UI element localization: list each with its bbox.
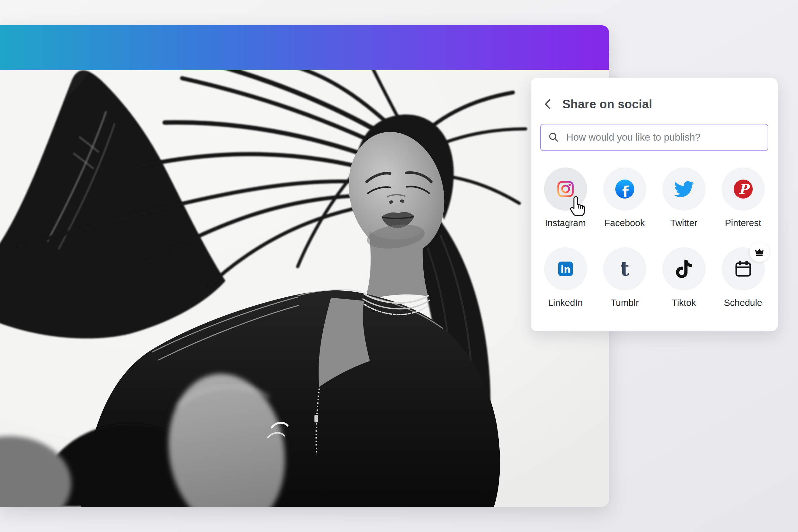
photo-illustration bbox=[0, 70, 609, 507]
option-label: Twitter bbox=[670, 217, 697, 228]
linkedin-icon: in bbox=[555, 259, 576, 279]
share-options-grid: Instagram f bbox=[531, 151, 778, 308]
tumblr-icon: t bbox=[615, 259, 635, 279]
canvas-photo[interactable] bbox=[0, 70, 609, 507]
option-label: Facebook bbox=[605, 217, 645, 228]
tumblr-circle: t bbox=[603, 247, 646, 290]
toolbar-actions: Share bbox=[413, 25, 609, 70]
option-label: LinkedIn bbox=[548, 297, 583, 308]
premium-badge bbox=[749, 242, 769, 262]
share-option-twitter[interactable]: Twitter bbox=[663, 168, 705, 228]
design-canvas-card: Share bbox=[0, 25, 609, 507]
share-option-pinterest[interactable]: P Pinterest bbox=[722, 168, 765, 228]
share-option-linkedin[interactable]: in LinkedIn bbox=[544, 247, 587, 308]
share-option-tumblr[interactable]: t Tumblr bbox=[603, 247, 646, 308]
twitter-circle bbox=[663, 168, 705, 211]
instagram-icon bbox=[555, 179, 576, 199]
share-option-instagram[interactable]: Instagram bbox=[544, 168, 587, 228]
pinterest-circle: P bbox=[722, 168, 765, 211]
svg-text:P: P bbox=[739, 182, 750, 197]
option-label: Pinterest bbox=[725, 217, 761, 228]
chevron-left-icon bbox=[544, 98, 552, 110]
facebook-icon: f bbox=[615, 179, 635, 199]
share-option-tiktok[interactable]: Tiktok bbox=[663, 247, 705, 308]
tiktok-icon bbox=[675, 260, 693, 278]
editor-toolbar: Share bbox=[0, 25, 609, 70]
share-option-schedule[interactable]: Schedule bbox=[722, 247, 765, 308]
option-label: Schedule bbox=[724, 297, 762, 308]
option-label: Tumblr bbox=[610, 297, 639, 308]
search-input[interactable] bbox=[540, 124, 768, 151]
svg-text:f: f bbox=[622, 183, 629, 199]
pinterest-icon: P bbox=[733, 179, 753, 199]
tiktok-circle bbox=[663, 247, 705, 290]
back-button[interactable] bbox=[544, 98, 554, 111]
panel-header: Share on social bbox=[544, 97, 765, 111]
share-on-social-panel: Share on social bbox=[531, 78, 778, 331]
svg-text:t: t bbox=[620, 259, 629, 279]
option-label: Instagram bbox=[545, 217, 586, 228]
instagram-circle bbox=[544, 168, 587, 211]
linkedin-circle: in bbox=[544, 247, 587, 290]
svg-text:in: in bbox=[560, 264, 571, 275]
twitter-icon bbox=[674, 179, 694, 199]
facebook-circle: f bbox=[603, 168, 646, 211]
search-field-wrap bbox=[540, 124, 768, 151]
crown-icon bbox=[754, 247, 765, 258]
share-option-facebook[interactable]: f Facebook bbox=[603, 168, 646, 228]
option-label: Tiktok bbox=[672, 297, 696, 308]
schedule-circle bbox=[722, 247, 765, 290]
panel-title: Share on social bbox=[563, 97, 652, 111]
app-stage: Share Share on social bbox=[0, 0, 798, 532]
calendar-icon bbox=[733, 259, 753, 279]
